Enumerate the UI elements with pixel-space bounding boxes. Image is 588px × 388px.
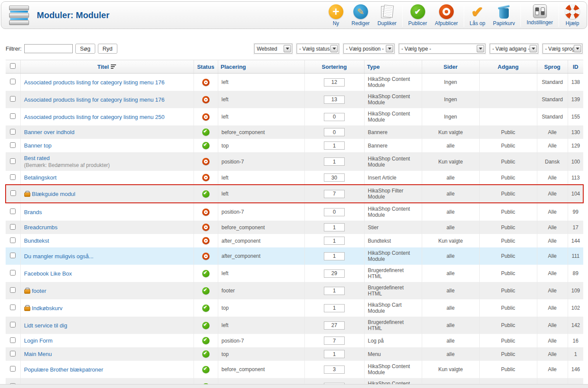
toolbar-button-trash[interactable]: Papirkurv [489, 4, 519, 26]
module-title-link[interactable]: Banner over indhold [24, 129, 74, 135]
order-input[interactable] [324, 366, 345, 374]
order-input[interactable] [324, 269, 345, 278]
column-header-placering[interactable]: Placering [218, 60, 304, 74]
status-icon[interactable] [202, 208, 210, 216]
row-checkbox[interactable] [10, 113, 16, 119]
filter-select[interactable]: - Vælg sprog - [543, 44, 582, 54]
toolbar-button-edit[interactable]: Rediger [348, 4, 374, 26]
row-checkbox[interactable] [10, 158, 16, 164]
row-checkbox[interactable] [10, 322, 16, 327]
row-checkbox[interactable] [10, 366, 16, 372]
row-checkbox[interactable] [10, 351, 16, 356]
order-input[interactable] [324, 304, 345, 312]
module-title-link[interactable]: Lidt service til dig [24, 322, 68, 329]
status-icon[interactable] [202, 190, 210, 198]
row-checkbox[interactable] [10, 270, 16, 276]
status-icon[interactable] [202, 237, 210, 244]
chevron-down-icon[interactable] [330, 45, 338, 52]
filter-select[interactable]: Websted [254, 44, 292, 54]
toolbar-button-publish[interactable]: Publicer [404, 4, 431, 26]
order-input[interactable] [324, 252, 345, 260]
module-title-link[interactable]: Du mangler muligvis også... [24, 253, 94, 260]
chevron-down-icon[interactable] [284, 45, 291, 52]
module-title-link[interactable]: Breadcrumbs [24, 224, 58, 231]
column-header-type[interactable]: Type [364, 60, 422, 74]
status-icon[interactable] [202, 253, 210, 260]
status-icon[interactable] [202, 350, 210, 358]
column-header-sortering[interactable]: Sortering [304, 60, 364, 74]
status-icon[interactable] [202, 174, 210, 181]
search-button[interactable]: Søg [75, 44, 95, 54]
order-input[interactable] [324, 173, 345, 182]
toolbar-button-unpublish[interactable]: Afpublicer [431, 4, 462, 26]
module-title-link[interactable]: Populære Brother blækpatroner [24, 366, 103, 373]
column-header-status[interactable]: Status [194, 60, 218, 74]
module-title-link[interactable]: Betalingskort [24, 174, 57, 181]
order-input[interactable] [324, 190, 345, 198]
chevron-down-icon[interactable] [530, 45, 537, 52]
status-icon[interactable] [202, 366, 210, 373]
column-header-sprog[interactable]: Sprog [537, 60, 568, 74]
row-checkbox[interactable] [10, 174, 16, 180]
filter-select[interactable]: - Vælg position - [343, 44, 394, 54]
column-header-titel[interactable]: Titel [20, 60, 194, 74]
row-checkbox[interactable] [10, 129, 16, 135]
row-checkbox[interactable] [10, 305, 16, 310]
order-input[interactable] [324, 321, 345, 330]
column-header-sider[interactable]: Sider [422, 60, 479, 74]
row-checkbox[interactable] [10, 208, 16, 214]
toolbar-button-unlock[interactable]: Lås op [466, 4, 489, 26]
module-title-link[interactable]: Banner top [24, 142, 52, 149]
filter-select[interactable]: - Vælg status - [297, 44, 339, 54]
module-title-link[interactable]: Associated products listing for category… [24, 96, 165, 103]
module-title-link[interactable]: Login Form [24, 337, 53, 344]
status-icon[interactable] [202, 305, 210, 312]
row-checkbox[interactable] [10, 224, 16, 230]
filter-input[interactable] [24, 44, 73, 53]
module-title-link[interactable]: Facebook Like Box [24, 270, 72, 277]
order-input[interactable] [324, 223, 345, 231]
status-icon[interactable] [202, 158, 210, 165]
chevron-down-icon[interactable] [477, 45, 484, 52]
column-header-adgang[interactable]: Adgang [479, 60, 537, 74]
status-icon[interactable] [202, 270, 210, 277]
toolbar-button-options[interactable]: Indstillinger [523, 4, 557, 26]
order-input[interactable] [324, 237, 345, 245]
module-title-link[interactable]: Blækguide modul [32, 191, 75, 197]
row-checkbox[interactable] [10, 337, 16, 343]
module-title-link[interactable]: Best rated [24, 155, 50, 161]
order-input[interactable] [324, 157, 345, 166]
filter-select[interactable]: - Vælg type - [399, 44, 485, 54]
row-checkbox[interactable] [10, 142, 16, 148]
status-icon[interactable] [202, 337, 210, 344]
order-input[interactable] [324, 128, 345, 136]
order-input[interactable] [324, 350, 345, 358]
order-input[interactable] [324, 96, 345, 104]
status-icon[interactable] [202, 128, 210, 136]
chevron-down-icon[interactable] [574, 45, 581, 52]
row-checkbox[interactable] [10, 190, 16, 196]
row-checkbox[interactable] [10, 96, 16, 102]
order-input[interactable] [324, 337, 345, 345]
module-title-link[interactable]: Brands [24, 209, 42, 215]
order-input[interactable] [324, 78, 345, 87]
status-icon[interactable] [202, 113, 210, 121]
column-header-id[interactable]: ID [568, 60, 583, 74]
order-input[interactable] [324, 141, 345, 150]
module-title-link[interactable]: Indkøbskurv [32, 305, 63, 311]
status-icon[interactable] [202, 224, 210, 231]
toolbar-button-copy[interactable]: Dupliker [374, 4, 401, 26]
row-checkbox[interactable] [10, 253, 16, 258]
order-input[interactable] [324, 208, 345, 216]
module-title-link[interactable]: Associated products listing for category… [24, 114, 165, 120]
module-title-link[interactable]: Main Menu [24, 351, 52, 357]
toolbar-button-new[interactable]: Ny [324, 4, 348, 26]
row-checkbox[interactable] [10, 287, 16, 293]
status-icon[interactable] [202, 142, 210, 149]
order-input[interactable] [324, 113, 345, 121]
clear-button[interactable]: Ryd [98, 44, 117, 54]
status-icon[interactable] [202, 96, 210, 103]
row-checkbox[interactable] [10, 237, 16, 243]
chevron-down-icon[interactable] [386, 45, 393, 52]
select-all-checkbox[interactable] [10, 63, 16, 69]
